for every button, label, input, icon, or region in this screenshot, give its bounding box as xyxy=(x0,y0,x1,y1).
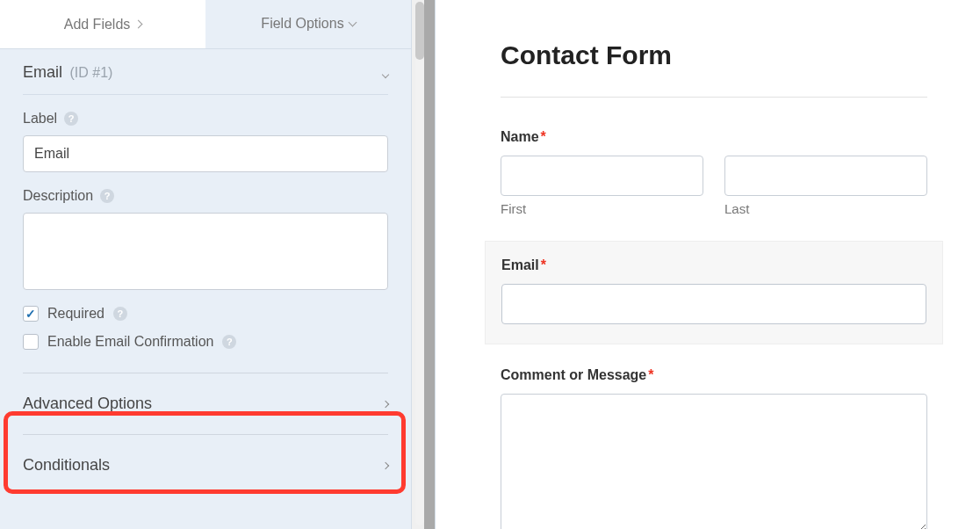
help-icon[interactable]: ? xyxy=(64,112,78,126)
tab-field-options-label: Field Options xyxy=(261,16,343,32)
last-sublabel: Last xyxy=(724,201,927,216)
section-conditionals-label: Conditionals xyxy=(23,456,110,475)
tab-add-fields-label: Add Fields xyxy=(64,17,131,33)
required-checkbox[interactable] xyxy=(23,306,39,322)
comment-textarea[interactable] xyxy=(501,394,927,529)
confirm-label: Enable Email Confirmation xyxy=(47,334,213,350)
email-label-text: Email xyxy=(501,257,539,272)
label-title-row: Label ? xyxy=(23,111,388,127)
help-icon[interactable]: ? xyxy=(113,307,127,321)
label-input[interactable] xyxy=(23,135,388,172)
description-input[interactable] xyxy=(23,213,388,290)
confirm-row[interactable]: Enable Email Confirmation ? xyxy=(0,322,411,350)
label-title: Label xyxy=(23,111,57,127)
scrollbar-thumb[interactable] xyxy=(415,2,424,60)
chevron-right-icon xyxy=(382,400,389,407)
scroll-gutter xyxy=(411,0,436,529)
section-conditionals[interactable]: Conditionals xyxy=(23,434,388,496)
field-header[interactable]: Email (ID #1) xyxy=(23,49,388,95)
divider xyxy=(424,0,435,529)
scrollbar-track[interactable] xyxy=(415,2,424,525)
comment-field-block: Comment or Message* xyxy=(501,367,927,529)
chevron-down-icon xyxy=(348,18,357,27)
tab-add-fields[interactable]: Add Fields xyxy=(0,0,205,49)
chevron-down-icon xyxy=(382,71,389,78)
section-advanced-options[interactable]: Advanced Options xyxy=(23,373,388,434)
first-name-input[interactable] xyxy=(501,156,703,196)
description-title-row: Description ? xyxy=(23,188,388,204)
form-preview: Contact Form Name* First Last Email* xyxy=(436,0,980,529)
field-id: (ID #1) xyxy=(69,65,112,80)
field-name: Email xyxy=(23,63,62,81)
sidebar-tabs: Add Fields Field Options xyxy=(0,0,411,49)
comment-label-text: Comment or Message xyxy=(501,367,646,382)
description-group: Description ? xyxy=(0,172,411,293)
divider xyxy=(501,97,927,98)
chevron-right-icon xyxy=(134,20,143,29)
required-star: * xyxy=(541,257,546,272)
name-label-text: Name xyxy=(501,129,539,144)
sidebar: Add Fields Field Options Email (ID #1) L… xyxy=(0,0,411,529)
help-icon[interactable]: ? xyxy=(222,335,236,349)
last-name-input[interactable] xyxy=(724,156,927,196)
email-field-block[interactable]: Email* xyxy=(485,241,943,344)
name-label: Name* xyxy=(501,129,927,145)
required-row[interactable]: Required ? xyxy=(0,293,411,322)
required-label: Required xyxy=(47,306,104,322)
required-star: * xyxy=(648,367,653,382)
sidebar-body: Email (ID #1) Label ? Description ? xyxy=(0,49,411,529)
email-label: Email* xyxy=(501,257,926,273)
tab-field-options[interactable]: Field Options xyxy=(205,0,411,49)
confirm-checkbox[interactable] xyxy=(23,334,39,350)
description-title: Description xyxy=(23,188,93,204)
required-star: * xyxy=(541,129,546,144)
email-input[interactable] xyxy=(501,284,926,324)
name-field-block: Name* First Last xyxy=(501,129,927,216)
comment-label: Comment or Message* xyxy=(501,367,927,383)
page-title: Contact Form xyxy=(501,40,927,70)
label-group: Label ? xyxy=(0,95,411,172)
chevron-right-icon xyxy=(382,461,389,468)
section-advanced-label: Advanced Options xyxy=(23,395,152,413)
first-sublabel: First xyxy=(501,201,703,216)
help-icon[interactable]: ? xyxy=(100,189,114,203)
